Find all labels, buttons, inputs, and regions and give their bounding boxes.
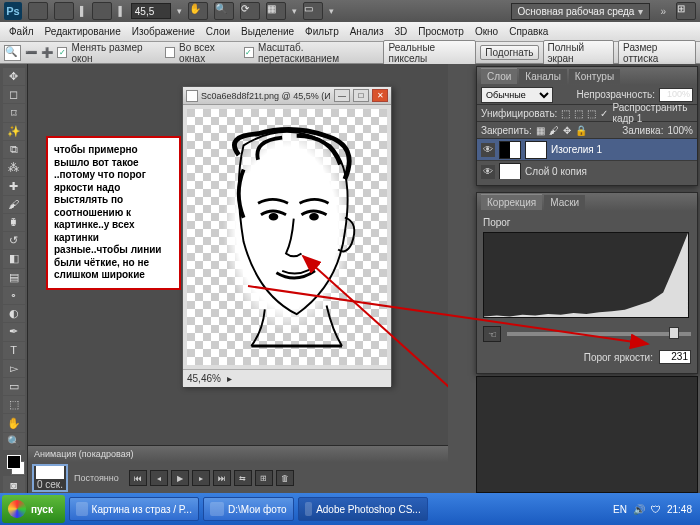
stamp-tool-icon[interactable]: ⧯ <box>3 214 25 231</box>
tab-masks[interactable]: Маски <box>544 195 585 210</box>
fill-field[interactable]: 100% <box>667 125 693 136</box>
rotate-icon[interactable]: ⟳ <box>240 2 260 20</box>
layer-row[interactable]: 👁 Изогелия 1 <box>477 139 697 161</box>
unify-icon[interactable]: ⬚ <box>587 108 596 119</box>
minibridge-icon[interactable] <box>54 2 74 20</box>
slider-knob[interactable] <box>669 327 679 339</box>
cslive-icon[interactable]: ⊞ <box>676 2 696 20</box>
menu-window[interactable]: Окно <box>470 24 503 39</box>
extras-icon[interactable] <box>92 2 112 20</box>
lang-indicator[interactable]: EN <box>613 504 627 515</box>
layer-name[interactable]: Слой 0 копия <box>525 166 587 177</box>
lock-all-icon[interactable]: 🔒 <box>575 125 587 136</box>
blur-tool-icon[interactable]: ∘ <box>3 287 25 304</box>
zoom-icon[interactable]: 🔍 <box>214 2 234 20</box>
close-button[interactable]: ✕ <box>372 89 388 102</box>
foreground-swatch[interactable] <box>7 455 21 469</box>
next-frame-button[interactable]: ▸ <box>192 470 210 486</box>
tab-adjustments[interactable]: Коррекция <box>481 194 542 210</box>
tray-icon[interactable]: 🔊 <box>633 504 645 515</box>
visibility-icon[interactable]: 👁 <box>481 143 495 157</box>
menu-filter[interactable]: Фильтр <box>300 24 344 39</box>
tray-icon[interactable]: 🛡 <box>651 504 661 515</box>
unify-icon[interactable]: ⬚ <box>574 108 583 119</box>
quickmask-icon[interactable]: ◙ <box>3 476 25 493</box>
lock-brush-icon[interactable]: 🖌 <box>549 125 559 136</box>
history-brush-icon[interactable]: ↺ <box>3 232 25 249</box>
clock[interactable]: 21:48 <box>667 504 692 515</box>
delete-frame-button[interactable]: 🗑 <box>276 470 294 486</box>
loop-selector[interactable]: Постоянно <box>74 473 119 483</box>
task-button[interactable]: Adobe Photoshop CS... <box>298 497 428 521</box>
blend-mode-select[interactable]: Обычные <box>481 87 553 103</box>
task-button[interactable]: D:\Мои фото <box>203 497 294 521</box>
visibility-icon[interactable]: 👁 <box>481 165 495 179</box>
menu-help[interactable]: Справка <box>504 24 553 39</box>
shape-tool-icon[interactable]: ▭ <box>3 378 25 395</box>
path-tool-icon[interactable]: ▻ <box>3 360 25 377</box>
color-swatches[interactable] <box>3 455 25 475</box>
threshold-value[interactable]: 231 <box>659 350 691 364</box>
dragzoom-check[interactable]: ✓ <box>244 47 254 58</box>
unify-icon[interactable]: ⬚ <box>561 108 570 119</box>
allwin-check[interactable] <box>165 47 175 58</box>
full-button[interactable]: Полный экран <box>543 40 615 66</box>
animation-tab[interactable]: Анимация (покадровая) <box>28 446 448 462</box>
tween-button[interactable]: ⇆ <box>234 470 252 486</box>
maximize-button[interactable]: □ <box>353 89 369 102</box>
menu-analysis[interactable]: Анализ <box>345 24 389 39</box>
zoom-field[interactable]: 45,5 <box>131 3 171 19</box>
doc-titlebar[interactable]: Sc0a6e8d8f21t.png @ 45,5% (Из... — □ ✕ <box>183 87 391 105</box>
heal-tool-icon[interactable]: ✚ <box>3 177 25 194</box>
tab-paths[interactable]: Контуры <box>569 69 620 84</box>
marquee-tool-icon[interactable]: ◻ <box>3 86 25 103</box>
dodge-tool-icon[interactable]: ◐ <box>3 305 25 322</box>
zoom-minus-icon[interactable]: ➖ <box>25 47 37 58</box>
chevron-down-icon[interactable]: ▾ <box>329 6 334 16</box>
menu-layer[interactable]: Слои <box>201 24 235 39</box>
frame-1[interactable]: 0 сек. <box>32 464 68 492</box>
propagate-check[interactable]: ✓ <box>600 108 608 119</box>
resize-check[interactable]: ✓ <box>57 47 67 58</box>
tool-preset-icon[interactable]: 🔍 <box>4 45 21 61</box>
wand-tool-icon[interactable]: ✨ <box>3 123 25 140</box>
new-frame-button[interactable]: ⊞ <box>255 470 273 486</box>
last-frame-button[interactable]: ⏭ <box>213 470 231 486</box>
doc-zoom-status[interactable]: 45,46% <box>187 373 221 384</box>
realpx-button[interactable]: Реальные пикселы <box>383 40 476 66</box>
chevron-down-icon[interactable]: ▾ <box>292 6 297 16</box>
workspace-switcher[interactable]: Основная рабочая среда▾ <box>511 3 651 20</box>
layer-row[interactable]: 👁 Слой 0 копия <box>477 161 697 179</box>
lock-move-icon[interactable]: ✥ <box>563 125 571 136</box>
tab-channels[interactable]: Каналы <box>519 69 567 84</box>
zoom-tool-icon[interactable]: 🔍 <box>3 433 25 450</box>
fit-button[interactable]: Подогнать <box>480 45 538 60</box>
brush-tool-icon[interactable]: 🖌 <box>3 196 25 213</box>
eraser-tool-icon[interactable]: ◧ <box>3 250 25 267</box>
prev-frame-button[interactable]: ◂ <box>150 470 168 486</box>
chevron-down-icon[interactable]: ▾ <box>177 6 182 16</box>
task-button[interactable]: Картина из страз / Р... <box>69 497 199 521</box>
system-tray[interactable]: EN 🔊 🛡 21:48 <box>607 504 698 515</box>
hand-tool-icon[interactable]: ✋ <box>3 414 25 431</box>
first-frame-button[interactable]: ⏮ <box>129 470 147 486</box>
scrubby-icon[interactable]: ☜ <box>483 326 501 342</box>
lasso-tool-icon[interactable]: ⌑ <box>3 104 25 121</box>
type-tool-icon[interactable]: T <box>3 342 25 359</box>
crop-tool-icon[interactable]: ⧉ <box>3 141 25 158</box>
layer-name[interactable]: Изогелия 1 <box>551 144 602 155</box>
minimize-button[interactable]: — <box>334 89 350 102</box>
menu-select[interactable]: Выделение <box>236 24 299 39</box>
arrange-icon[interactable]: ▦ <box>266 2 286 20</box>
menu-view[interactable]: Просмотр <box>413 24 469 39</box>
move-tool-icon[interactable]: ✥ <box>3 68 25 85</box>
menu-image[interactable]: Изображение <box>127 24 200 39</box>
pen-tool-icon[interactable]: ✒ <box>3 323 25 340</box>
print-button[interactable]: Размер оттиска <box>618 40 696 66</box>
frame-time[interactable]: 0 сек. <box>37 479 63 490</box>
gradient-tool-icon[interactable]: ▤ <box>3 269 25 286</box>
play-button[interactable]: ▶ <box>171 470 189 486</box>
zoom-plus-icon[interactable]: ➕ <box>41 47 53 58</box>
doc-canvas[interactable] <box>187 109 387 365</box>
menu-3d[interactable]: 3D <box>389 24 412 39</box>
